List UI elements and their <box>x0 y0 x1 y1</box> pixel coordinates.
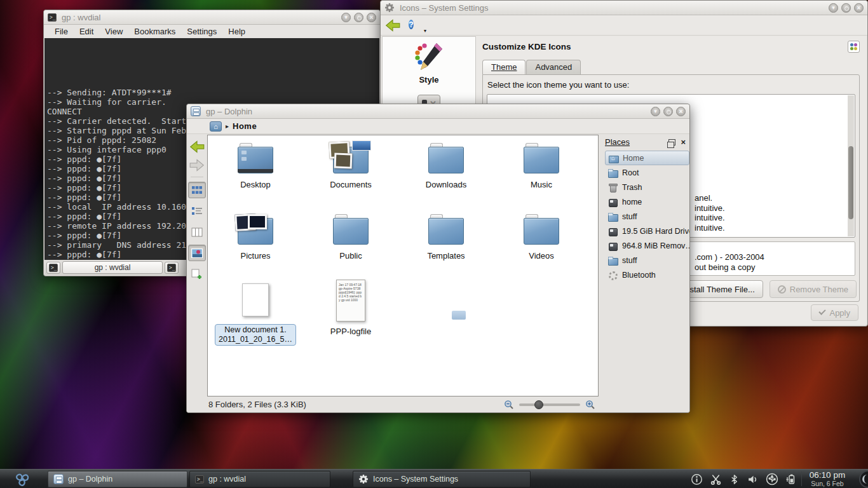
new-tab-button[interactable]: >_ <box>165 262 179 274</box>
help-button[interactable]: ? ▾ <box>409 18 423 32</box>
place-label: stuff <box>622 212 637 221</box>
menu-item[interactable]: View <box>99 26 128 37</box>
maximize-button[interactable] <box>663 107 673 116</box>
place-label: stuff <box>622 256 637 265</box>
folder-item[interactable]: Pictures <box>208 208 303 279</box>
place-icon <box>607 226 618 236</box>
taskbar-task-konsole[interactable]: >_ gp : wvdial <box>189 471 330 487</box>
minimize-button[interactable]: ▾ <box>829 3 838 13</box>
system-tray <box>691 470 797 488</box>
close-panel-icon[interactable]: × <box>681 139 686 146</box>
folder-item[interactable]: Downloads <box>398 137 494 208</box>
preview-icon <box>191 248 203 258</box>
apply-button[interactable]: Apply <box>811 304 858 321</box>
icons-view-button[interactable] <box>188 182 206 198</box>
scrollbar-thumb[interactable] <box>848 146 853 219</box>
place-item[interactable]: stuff <box>605 209 689 224</box>
usb-device-icon[interactable] <box>766 473 778 485</box>
klipper-scissors-icon[interactable] <box>710 473 722 485</box>
taskbar-task-dolphin[interactable]: gp – Dolphin <box>48 471 187 487</box>
tab-advanced[interactable]: Advanced <box>526 60 581 74</box>
details-view-icon <box>191 207 203 216</box>
scrollbar[interactable] <box>848 95 854 236</box>
battery-icon[interactable] <box>785 473 797 485</box>
folder-icon <box>238 218 273 245</box>
new-tab-button[interactable]: >_ <box>46 262 60 274</box>
folder-label: Downloads <box>426 180 466 189</box>
theme-list-text: anel. <box>695 193 725 203</box>
sidebar-item-style[interactable]: Style <box>383 37 475 85</box>
info-icon[interactable] <box>691 473 703 485</box>
folder-item[interactable]: Music <box>494 137 589 208</box>
zoom-slider[interactable] <box>519 403 580 406</box>
forward-icon[interactable] <box>189 158 205 172</box>
tab-theme[interactable]: Theme <box>482 60 526 74</box>
minimize-button[interactable]: ▾ <box>341 13 351 22</box>
folder-item[interactable]: Templates <box>398 208 494 279</box>
place-item[interactable]: Trash <box>605 180 689 194</box>
zoom-slider-thumb[interactable] <box>534 400 543 409</box>
zoom-in-icon[interactable] <box>585 400 595 410</box>
bluetooth-icon[interactable] <box>729 473 740 485</box>
menu-item[interactable]: Help <box>222 26 251 37</box>
place-label: 964.8 MiB Remov… <box>622 241 689 250</box>
place-item[interactable]: 964.8 MiB Remov… <box>605 238 689 253</box>
split-view-button[interactable] <box>188 266 206 282</box>
close-button[interactable]: × <box>854 3 864 13</box>
settings-titlebar[interactable]: Icons – System Settings ▾ × <box>381 1 867 15</box>
page-title: Customize KDE Icons <box>482 42 571 51</box>
volume-icon[interactable] <box>747 473 759 485</box>
menu-item[interactable]: File <box>49 26 74 37</box>
file-item[interactable]: Jan 17 09:47:18 gp-Aspire-5738 pppd[1946… <box>303 280 398 346</box>
folder-label: Public <box>339 251 362 261</box>
float-panel-icon[interactable] <box>668 139 675 146</box>
place-item[interactable]: Bluetooth <box>605 268 689 282</box>
help-icon: ? <box>409 20 414 29</box>
dolphin-titlebar[interactable]: gp – Dolphin ▾ × <box>187 104 689 119</box>
dolphin-statusbar: 8 Folders, 2 Files (3.3 KiB) <box>187 396 689 412</box>
konsole-titlebar[interactable]: >_ gp : wvdial ▾ × <box>44 10 380 25</box>
back-icon[interactable] <box>189 140 205 154</box>
dolphin-file-view[interactable]: Desktop Documents Downloads <box>207 135 599 396</box>
folder-item[interactable]: Videos <box>494 208 589 279</box>
folder-item[interactable]: Desktop <box>208 137 303 208</box>
folder-item[interactable]: Public <box>303 208 398 279</box>
place-item[interactable]: Root <box>605 165 689 180</box>
folder-item[interactable]: Documents <box>303 137 398 208</box>
zoom-out-icon[interactable] <box>504 400 514 410</box>
folder-label: Videos <box>529 251 554 261</box>
minimize-button[interactable]: ▾ <box>651 107 660 116</box>
back-icon[interactable] <box>384 18 401 32</box>
breadcrumb-home[interactable]: Home <box>233 121 257 131</box>
menu-item[interactable]: Settings <box>181 26 222 37</box>
folder-label: Templates <box>427 251 465 261</box>
icon-preview-grid <box>848 41 860 53</box>
menu-item[interactable]: Edit <box>74 26 99 37</box>
maximize-button[interactable] <box>354 13 363 22</box>
close-button[interactable]: × <box>367 13 376 22</box>
folder-label: Music <box>531 180 552 189</box>
maximize-button[interactable] <box>841 3 851 13</box>
panel-cashew-icon[interactable] <box>859 470 868 488</box>
home-icon[interactable]: ⌂ <box>210 121 222 132</box>
preview-button[interactable] <box>188 245 206 261</box>
digital-clock[interactable]: 06:10 pm Sun, 6 Feb <box>802 470 853 487</box>
place-item[interactable]: stuff <box>605 253 689 268</box>
select-theme-label: Select the icon theme you want to use: <box>487 80 629 90</box>
file-item-selected[interactable]: New document 1. 2011_01_20_16_5… <box>208 280 303 346</box>
remove-theme-button[interactable]: Remove Theme <box>770 280 857 298</box>
menu-item[interactable]: Bookmarks <box>128 26 181 37</box>
columns-view-button[interactable] <box>188 224 206 240</box>
close-button[interactable]: × <box>676 107 686 116</box>
icons-view-icon <box>191 186 203 195</box>
place-item[interactable]: Home <box>605 151 689 165</box>
terminal-line: --> Sending: ATDT*99***1# <box>47 88 378 97</box>
folder-icon <box>524 218 559 245</box>
place-item[interactable]: home <box>605 194 689 209</box>
style-icon <box>414 42 444 71</box>
place-item[interactable]: 19.5 GiB Hard Drive <box>605 224 689 238</box>
konsole-tab[interactable]: gp : wvdial <box>62 261 163 274</box>
taskbar-task-settings[interactable]: Icons – System Settings <box>353 471 531 487</box>
details-view-button[interactable] <box>188 203 206 219</box>
launcher-menu-button[interactable] <box>3 470 42 488</box>
